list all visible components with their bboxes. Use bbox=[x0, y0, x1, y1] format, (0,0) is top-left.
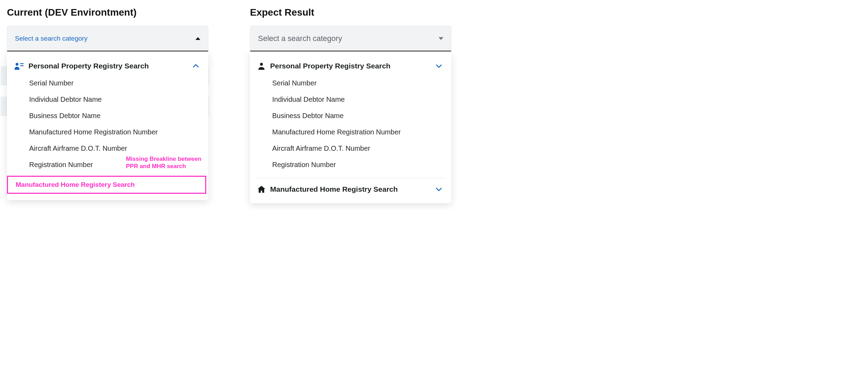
list-item[interactable]: Aircraft Airframe D.O.T. Number bbox=[7, 140, 208, 157]
search-category-select[interactable]: Select a search category bbox=[7, 26, 208, 51]
list-item[interactable]: Manufactured Home Registration Number bbox=[7, 124, 208, 140]
list-item[interactable]: Serial Number bbox=[250, 75, 451, 91]
group-divider bbox=[256, 178, 445, 178]
svg-point-3 bbox=[260, 63, 263, 66]
caret-up-icon bbox=[195, 37, 200, 40]
select-label: Select a search category bbox=[258, 34, 342, 43]
chevron-down-icon bbox=[436, 63, 442, 69]
dropdown-panel-expected: Personal Property Registry Search Serial… bbox=[250, 52, 451, 203]
group-title-mhr: Manufactured Home Registry Search bbox=[270, 185, 398, 193]
person-icon bbox=[258, 62, 265, 70]
home-icon bbox=[258, 186, 265, 193]
caret-down-icon bbox=[439, 37, 443, 40]
svg-point-0 bbox=[16, 63, 18, 66]
list-item[interactable]: Individual Debtor Name bbox=[250, 91, 451, 108]
svg-rect-2 bbox=[20, 65, 24, 66]
chevron-down-icon bbox=[436, 186, 442, 192]
group-title-ppr: Personal Property Registry Search bbox=[270, 62, 391, 70]
list-item[interactable]: Registration Number bbox=[7, 157, 208, 173]
chevron-up-icon bbox=[193, 63, 199, 69]
svg-rect-1 bbox=[20, 63, 24, 64]
list-item[interactable]: Business Debtor Name bbox=[7, 108, 208, 124]
group-title-ppr: Personal Property Registry Search bbox=[28, 62, 149, 70]
group-header-mhr[interactable]: Manufactured Home Registry Search bbox=[250, 182, 451, 197]
list-item[interactable]: Aircraft Airframe D.O.T. Number bbox=[250, 140, 451, 157]
list-item[interactable]: Individual Debtor Name bbox=[7, 91, 208, 108]
ppr-items: Serial Number Individual Debtor Name Bus… bbox=[7, 74, 208, 176]
expected-heading: Expect Result bbox=[250, 7, 451, 18]
ppr-items: Serial Number Individual Debtor Name Bus… bbox=[250, 74, 451, 176]
group-header-ppr[interactable]: Personal Property Registry Search bbox=[7, 58, 208, 74]
expected-column: Expect Result Select a search category P… bbox=[250, 7, 451, 203]
group-title-mhr-current[interactable]: Manufactured Home Registery Search bbox=[8, 177, 205, 193]
list-item[interactable]: Registration Number bbox=[250, 157, 451, 173]
missing-group-highlight: Manufactured Home Registery Search bbox=[7, 176, 206, 194]
group-header-ppr[interactable]: Personal Property Registry Search bbox=[250, 58, 451, 74]
person-lines-icon bbox=[15, 62, 24, 70]
select-label: Select a search category bbox=[15, 35, 87, 42]
list-item[interactable]: Business Debtor Name bbox=[250, 108, 451, 124]
current-heading: Current (DEV Environtment) bbox=[7, 7, 208, 18]
list-item[interactable]: Manufactured Home Registration Number bbox=[250, 124, 451, 140]
list-item[interactable]: Serial Number bbox=[7, 75, 208, 91]
dropdown-panel-current: Personal Property Registry Search Serial… bbox=[7, 52, 208, 200]
current-column: Current (DEV Environtment) Select a sear… bbox=[7, 7, 208, 200]
search-category-select-expected[interactable]: Select a search category bbox=[250, 26, 451, 51]
